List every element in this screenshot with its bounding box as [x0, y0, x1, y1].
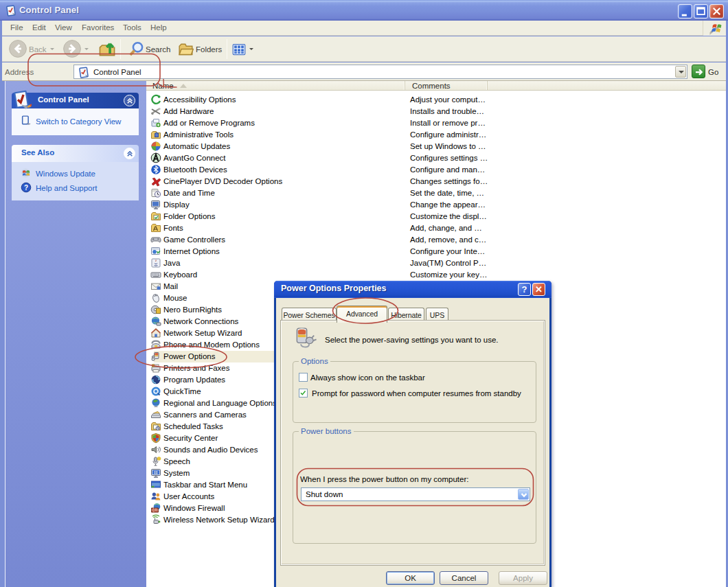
svg-text:?: ?: [24, 184, 28, 192]
